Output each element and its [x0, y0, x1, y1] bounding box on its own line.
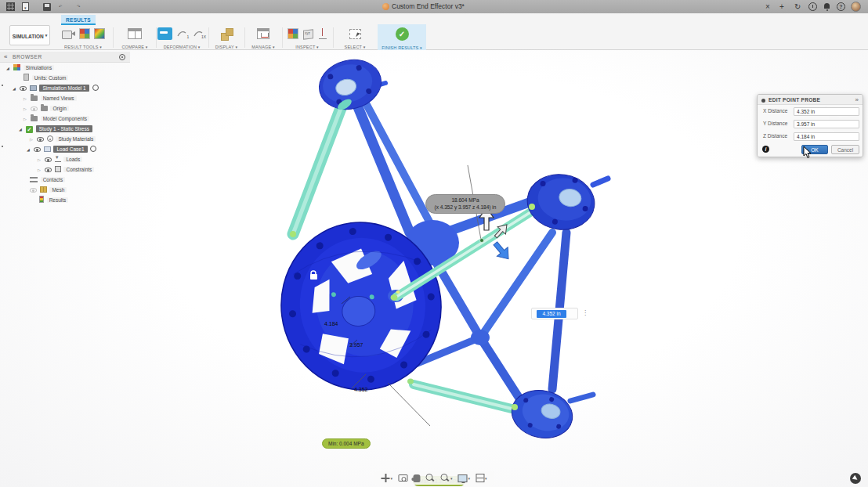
group-label-compare[interactable]: COMPARE	[115, 45, 154, 49]
tree-item-study-materials[interactable]: Study Materials	[0, 134, 130, 144]
select-tool-icon[interactable]	[349, 29, 361, 39]
tree-item-contacts[interactable]: Contacts	[0, 175, 130, 185]
field-row-z: Z Distance	[758, 130, 863, 142]
deformation-active-icon[interactable]	[157, 27, 172, 40]
caret-icon	[450, 476, 453, 481]
help-icon[interactable]	[837, 2, 845, 11]
contacts-icon	[30, 177, 38, 182]
divider	[208, 27, 209, 48]
group-label-inspect[interactable]: INSPECT	[284, 45, 331, 49]
group-manage: MANAGE	[246, 24, 280, 49]
collapse-icon[interactable]	[24, 104, 29, 114]
visibility-eye-off-icon[interactable]	[31, 106, 38, 111]
redo-icon[interactable]	[75, 2, 80, 12]
save-icon[interactable]	[43, 3, 51, 11]
tree-item-results[interactable]: Results	[0, 195, 130, 205]
tree-item-named-views[interactable]: Named Views	[0, 93, 130, 103]
tree-label: Model Components	[41, 116, 89, 121]
tree-item-origin[interactable]: Origin	[0, 103, 130, 114]
expand-icon[interactable]	[13, 84, 18, 94]
display-blocks-icon[interactable]	[221, 28, 233, 39]
tree-item-simulation-model[interactable]: Simulation Model 1	[0, 83, 130, 93]
deformation-scaled-icon[interactable]: 1X	[193, 28, 206, 39]
expand-icon[interactable]	[19, 124, 24, 135]
file-menu-icon[interactable]	[22, 2, 29, 11]
zoom-window-tool[interactable]	[440, 474, 453, 483]
expand-icon[interactable]	[27, 145, 32, 155]
notifications-bell-icon[interactable]	[823, 2, 831, 11]
animate-results-icon[interactable]	[62, 29, 75, 39]
collapse-icon[interactable]	[38, 155, 43, 165]
inspect-results-icon[interactable]	[288, 28, 298, 39]
collapse-icon[interactable]	[30, 135, 35, 145]
z-distance-input[interactable]	[794, 132, 859, 141]
info-icon[interactable]	[762, 146, 769, 153]
cancel-button[interactable]: Cancel	[831, 145, 859, 154]
display-settings-icon[interactable]	[119, 54, 125, 60]
expand-icon[interactable]	[6, 63, 12, 74]
tree-item-constraints[interactable]: Constraints	[0, 164, 130, 175]
finish-results-button[interactable]: FINISH RESULTS	[378, 24, 426, 50]
probe-distance-input[interactable]: 4.352 in	[537, 310, 566, 318]
group-label-select[interactable]: SELECT	[335, 45, 375, 49]
close-tab-icon[interactable]	[765, 2, 770, 12]
contour-plot-icon[interactable]	[94, 28, 105, 39]
tree-item-model-components[interactable]: Model Components	[0, 114, 130, 124]
orbit-tool[interactable]	[381, 474, 392, 482]
dialog-title: EDIT POINT PROBE	[769, 95, 820, 105]
y-distance-input[interactable]	[794, 120, 859, 128]
tree-label: Contacts	[41, 177, 66, 182]
undo-icon[interactable]	[57, 2, 62, 12]
tree-item-load-case[interactable]: Load Case1	[0, 144, 130, 154]
visibility-eye-off-icon[interactable]	[30, 188, 37, 193]
group-label-display[interactable]: DISPLAY	[210, 45, 243, 49]
study-active-check-icon	[26, 126, 33, 133]
tree-item-units[interactable]: Units: Custom	[0, 73, 130, 83]
collapse-icon[interactable]	[24, 94, 29, 104]
divider	[333, 27, 334, 48]
display-settings-tool[interactable]	[458, 474, 471, 482]
x-distance-input[interactable]	[794, 107, 859, 116]
inspect-cube-icon[interactable]	[302, 28, 314, 39]
visibility-eye-icon[interactable]	[45, 157, 52, 162]
group-label-result-tools[interactable]: RESULT TOOLS	[55, 45, 111, 49]
look-at-tool[interactable]	[398, 474, 407, 482]
zoom-tool[interactable]	[425, 474, 435, 483]
compare-icon[interactable]	[128, 28, 142, 39]
grid-layout-tool[interactable]	[476, 474, 487, 482]
probe-point[interactable]	[480, 239, 484, 243]
grid-layout-icon	[476, 474, 484, 482]
collapse-icon[interactable]	[38, 165, 43, 175]
tree-item-simulations[interactable]: Simulations	[0, 63, 130, 73]
visibility-eye-icon[interactable]	[45, 168, 52, 172]
visibility-eye-icon[interactable]	[20, 86, 27, 91]
display-state-icon[interactable]	[92, 85, 99, 91]
manage-settings-icon[interactable]	[257, 28, 269, 39]
display-state-icon[interactable]	[90, 146, 96, 152]
app-grid-icon[interactable]	[6, 2, 15, 11]
result-details-icon[interactable]	[79, 28, 90, 39]
job-status-icon[interactable]	[850, 473, 861, 484]
tree-label: Study Materials	[56, 136, 96, 142]
finish-check-icon	[396, 27, 409, 41]
viewport-canvas[interactable]: 18.604 MPa (x 4.352 y 3.957 z 4.184) in …	[0, 50, 868, 487]
workspace-selector[interactable]: SIMULATION	[9, 25, 50, 45]
collapse-icon[interactable]	[24, 114, 29, 124]
group-label-manage[interactable]: MANAGE	[246, 45, 280, 49]
tree-item-mesh[interactable]: Mesh	[0, 185, 130, 195]
tree-item-study[interactable]: Study 1 - Static Stress	[0, 124, 130, 134]
visibility-eye-icon[interactable]	[37, 137, 44, 142]
drag-handle-dots-icon[interactable]	[582, 309, 588, 316]
tree-item-loads[interactable]: Loads	[0, 154, 130, 164]
sync-icon[interactable]	[794, 2, 801, 12]
user-avatar[interactable]	[851, 2, 861, 12]
measure-icon[interactable]	[318, 28, 327, 39]
job-status-clock-icon[interactable]	[808, 2, 817, 11]
deformation-actual-icon[interactable]: 1	[176, 28, 190, 39]
dialog-header[interactable]: EDIT POINT PROBE	[758, 95, 863, 105]
visibility-eye-icon[interactable]	[34, 147, 41, 152]
new-tab-icon[interactable]	[779, 2, 784, 12]
group-label-deformation[interactable]: DEFORMATION	[157, 45, 206, 49]
x-distance-label: X Distance	[763, 108, 787, 114]
pan-tool[interactable]	[413, 474, 420, 482]
